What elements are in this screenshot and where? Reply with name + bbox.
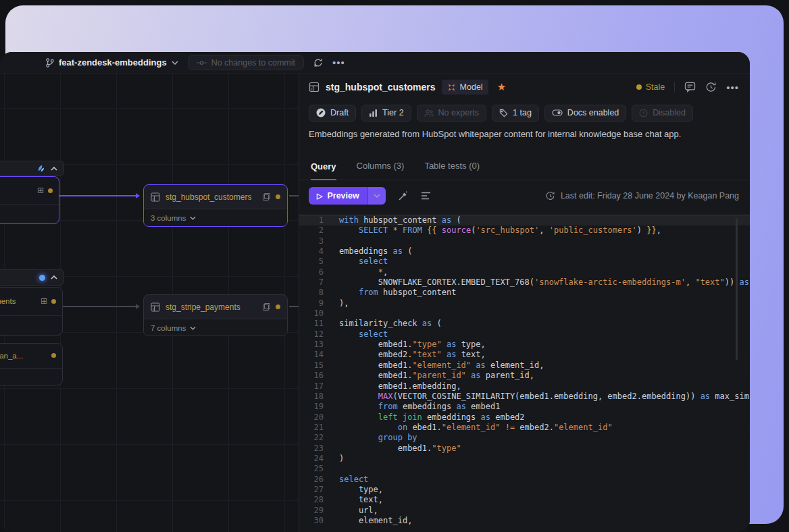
- line-number: 12: [299, 329, 324, 340]
- code-line[interactable]: 11similarity_check as (: [299, 319, 750, 329]
- code-text: similarity_check as (: [324, 319, 442, 329]
- code-text: select: [324, 475, 368, 485]
- source-group-hubspot-header[interactable]: [0, 161, 64, 176]
- history-button[interactable]: [705, 82, 717, 92]
- line-number: 21: [299, 423, 324, 433]
- page-title: stg_hubspot_customers: [326, 82, 436, 92]
- copy-icon[interactable]: [263, 193, 270, 201]
- source-node-fivetran[interactable]: vetran_a...: [0, 343, 63, 385]
- line-number: 22: [299, 433, 324, 443]
- disabled-alert-icon: [639, 109, 648, 117]
- badges-row: Draft Tier 2 No experts: [299, 101, 750, 125]
- code-line[interactable]: 14 embed2."text" as text,: [299, 350, 750, 360]
- preview-dropdown-button[interactable]: [367, 187, 386, 205]
- code-line[interactable]: 21 on ebed1."element_id" != embed2."elem…: [299, 423, 750, 433]
- code-text: ),: [324, 298, 349, 309]
- commit-button[interactable]: No changes to commit: [188, 55, 304, 70]
- code-line[interactable]: 18 MAX(VECTOR_COSINE_SIMILARITY(embed1.e…: [299, 392, 750, 402]
- badge-disabled[interactable]: Disabled: [632, 105, 693, 122]
- history-icon: [705, 82, 717, 92]
- code-line[interactable]: 2 SELECT * FROM {{ source('src_hubspot',…: [299, 225, 750, 236]
- panel-more-button[interactable]: •••: [726, 82, 739, 93]
- table-grid-icon: ⊞: [41, 297, 47, 305]
- badge-label: Tier 2: [382, 108, 404, 117]
- collapse-chevron-icon[interactable]: [51, 167, 57, 171]
- preview-label: Preview: [327, 191, 359, 201]
- favorite-star-icon[interactable]: ★: [497, 81, 506, 93]
- comment-icon: [684, 82, 696, 92]
- badge-draft[interactable]: Draft: [309, 105, 356, 122]
- code-line[interactable]: 19 from embeddings as embed1: [299, 402, 750, 412]
- lineage-canvas[interactable]: ⊞ stg_hubspot_customers: [0, 74, 299, 532]
- code-line[interactable]: 5 select: [299, 257, 750, 267]
- stale-dot: [48, 188, 53, 193]
- git-branch-icon: [45, 58, 54, 68]
- code-line[interactable]: 30 element_id,: [299, 516, 750, 526]
- code-line[interactable]: 15 embed1."element_id" as element_id,: [299, 361, 750, 371]
- code-line[interactable]: 12 select: [299, 329, 750, 340]
- line-number: 1: [299, 215, 324, 225]
- line-number: 4: [299, 246, 324, 257]
- comments-button[interactable]: [684, 82, 696, 92]
- source-node-hubspot[interactable]: ⊞: [0, 176, 59, 224]
- topbar-more-button[interactable]: •••: [332, 57, 345, 68]
- badge-tags[interactable]: 1 tag: [492, 105, 539, 122]
- node-stg-hubspot-customers[interactable]: stg_hubspot_customers 3 columns: [143, 184, 288, 227]
- stale-label: Stale: [646, 82, 665, 92]
- node-header[interactable]: stg_stripe_payments: [144, 295, 287, 319]
- code-line[interactable]: 3: [299, 236, 750, 246]
- code-line[interactable]: 8 from hubspot_content: [299, 288, 750, 298]
- editor-scrollbar[interactable]: [736, 218, 738, 360]
- collapse-chevron-icon[interactable]: [51, 275, 57, 280]
- stale-dot: [276, 304, 280, 309]
- format-wand-button[interactable]: [398, 190, 409, 201]
- code-line[interactable]: 1with hubspot_content as (: [299, 215, 750, 225]
- preview-split-button[interactable]: ▷ Preview: [309, 187, 386, 205]
- code-text: text,: [324, 495, 383, 505]
- code-line[interactable]: 26select: [299, 475, 750, 485]
- code-line[interactable]: 7 SNOWFLAKE_CORTEX.EMBED_TEXT_768('snowf…: [299, 277, 750, 288]
- source-node-fivetran-row[interactable]: vetran_a...: [0, 344, 62, 369]
- screenshot-frame: feat-zendesk-embeddings No changes to co…: [0, 0, 789, 532]
- code-line[interactable]: 17 embed1.embedding,: [299, 381, 750, 392]
- preview-button[interactable]: ▷ Preview: [309, 187, 367, 205]
- line-number: 19: [299, 402, 324, 412]
- code-line[interactable]: 23 embed1."type": [299, 444, 750, 454]
- code-line[interactable]: 28 text,: [299, 495, 750, 505]
- code-line[interactable]: 27 type,: [299, 485, 750, 495]
- code-line[interactable]: 16 embed1."parent_id" as parent_id,: [299, 371, 750, 381]
- code-line[interactable]: 24): [299, 454, 750, 464]
- node-stg-stripe-payments[interactable]: stg_stripe_payments 7 columns: [143, 294, 288, 336]
- source-group-stripe-header[interactable]: [0, 269, 64, 286]
- tab-table-tests[interactable]: Table tests (0): [424, 161, 480, 180]
- chevron-down-icon: [374, 194, 380, 198]
- line-number: 15: [299, 361, 324, 371]
- code-line[interactable]: 20 left join embeddings as embed2: [299, 413, 750, 423]
- sql-code-editor[interactable]: 1with hubspot_content as (2 SELECT * FRO…: [299, 211, 750, 532]
- badge-docs[interactable]: Docs enabled: [544, 105, 626, 122]
- node-columns-toggle[interactable]: 3 columns: [144, 209, 287, 226]
- source-node-hubspot-row[interactable]: ⊞: [0, 177, 59, 205]
- badge-experts[interactable]: No experts: [417, 105, 486, 122]
- code-text: *,: [324, 267, 388, 277]
- code-line[interactable]: 13 embed1."type" as type,: [299, 340, 750, 350]
- code-line[interactable]: 4embeddings as (: [299, 246, 750, 257]
- hubspot-source-icon: [36, 164, 45, 173]
- node-header[interactable]: stg_hubspot_customers: [144, 185, 287, 209]
- code-line[interactable]: 6 *,: [299, 267, 750, 277]
- align-button[interactable]: [421, 192, 431, 200]
- code-line[interactable]: 10: [299, 309, 750, 319]
- source-node-payments[interactable]: ayments ⊞: [0, 287, 63, 336]
- code-line[interactable]: 29 url,: [299, 506, 750, 516]
- sync-button[interactable]: [313, 58, 323, 68]
- code-line[interactable]: 25: [299, 464, 750, 474]
- code-line[interactable]: 22 group by: [299, 433, 750, 443]
- badge-tier[interactable]: Tier 2: [361, 105, 411, 122]
- tab-columns[interactable]: Columns (3): [357, 161, 405, 180]
- copy-icon[interactable]: [263, 303, 270, 311]
- node-columns-toggle[interactable]: 7 columns: [144, 319, 287, 336]
- code-line[interactable]: 9),: [299, 298, 750, 309]
- source-node-payments-row[interactable]: ayments ⊞: [0, 288, 62, 316]
- tab-query[interactable]: Query: [311, 161, 336, 180]
- branch-selector[interactable]: feat-zendesk-embeddings: [45, 57, 178, 68]
